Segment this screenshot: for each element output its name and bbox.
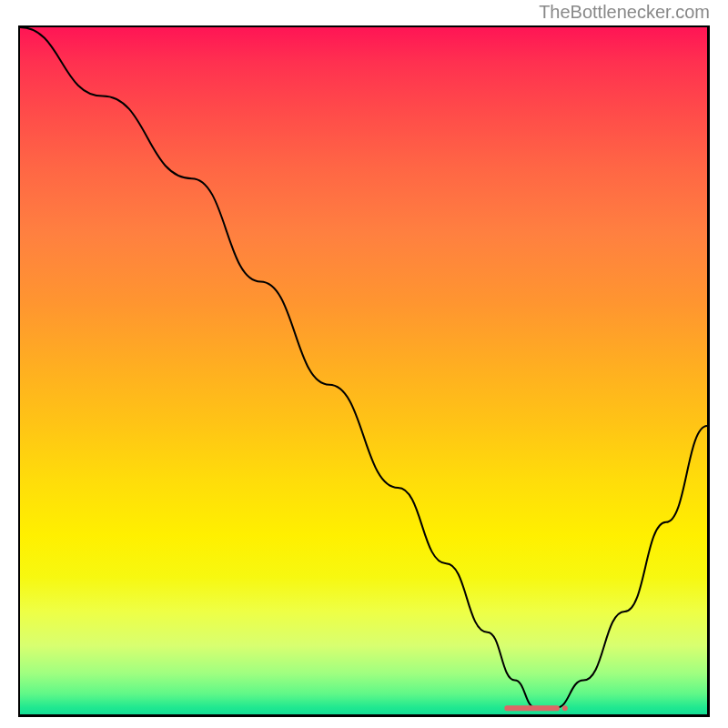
optimal-marker xyxy=(505,705,560,711)
chart-frame xyxy=(18,25,710,717)
bottleneck-curve-path xyxy=(20,27,707,708)
watermark-text: TheBottlenecker.com xyxy=(539,2,710,23)
optimal-marker-dot xyxy=(562,705,568,711)
chart-svg xyxy=(20,27,707,714)
